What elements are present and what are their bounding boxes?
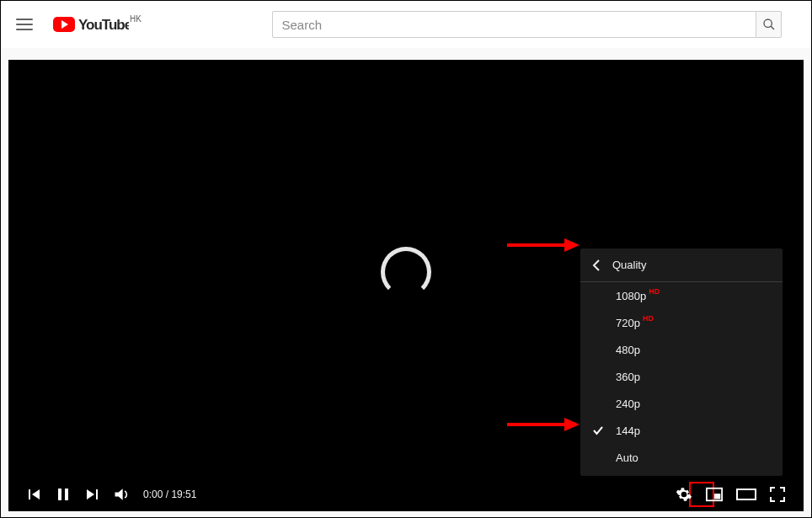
content-area: Quality 1080pHD720pHD480p360p240p144pAut… bbox=[1, 48, 811, 517]
quality-option[interactable]: 1080pHD bbox=[580, 282, 783, 309]
quality-option[interactable]: Auto bbox=[580, 444, 783, 471]
quality-option[interactable]: 480p bbox=[580, 336, 783, 363]
header: YouTube HK bbox=[1, 1, 811, 48]
svg-rect-9 bbox=[96, 489, 98, 499]
svg-rect-11 bbox=[714, 494, 720, 499]
youtube-logo[interactable]: YouTube HK bbox=[53, 16, 141, 33]
quality-label: 1080p bbox=[616, 290, 646, 302]
time-display: 0:00 / 19:51 bbox=[136, 489, 196, 500]
search-button[interactable] bbox=[756, 11, 782, 38]
chevron-left-icon bbox=[592, 259, 601, 271]
volume-button[interactable] bbox=[106, 478, 136, 511]
fullscreen-icon bbox=[770, 487, 785, 502]
loading-spinner-icon bbox=[381, 247, 431, 297]
quality-title: Quality bbox=[612, 259, 646, 271]
quality-menu: Quality 1080pHD720pHD480p360p240p144pAut… bbox=[580, 248, 783, 476]
skip-next-icon bbox=[84, 487, 99, 502]
skip-previous-icon bbox=[27, 487, 42, 502]
quality-option[interactable]: 720pHD bbox=[580, 309, 783, 336]
theater-icon bbox=[736, 487, 756, 502]
svg-text:YouTube: YouTube bbox=[78, 17, 129, 33]
theater-button[interactable] bbox=[729, 478, 763, 511]
quality-menu-header[interactable]: Quality bbox=[580, 248, 783, 282]
svg-point-2 bbox=[764, 19, 772, 27]
annotation-arrow-icon bbox=[505, 416, 581, 433]
svg-rect-8 bbox=[65, 489, 68, 500]
menu-icon[interactable] bbox=[14, 14, 35, 35]
player-controls: 0:00 / 19:51 bbox=[8, 478, 804, 511]
check-icon bbox=[592, 425, 604, 436]
previous-button[interactable] bbox=[20, 478, 49, 511]
quality-option[interactable]: 360p bbox=[580, 363, 783, 390]
next-button[interactable] bbox=[77, 478, 106, 511]
quality-label: Auto bbox=[616, 451, 638, 464]
quality-label: 360p bbox=[616, 371, 640, 383]
miniplayer-icon bbox=[706, 487, 723, 502]
quality-label: 720p bbox=[616, 317, 640, 329]
svg-rect-6 bbox=[29, 489, 30, 499]
region-label: HK bbox=[130, 14, 142, 24]
quality-option[interactable]: 240p bbox=[580, 390, 783, 417]
annotation-arrow-icon bbox=[505, 237, 581, 254]
search-input[interactable] bbox=[272, 11, 756, 38]
svg-line-3 bbox=[771, 26, 774, 29]
fullscreen-button[interactable] bbox=[763, 478, 792, 511]
pause-button[interactable] bbox=[49, 478, 77, 511]
gear-icon bbox=[676, 486, 692, 503]
hd-badge: HD bbox=[649, 287, 660, 296]
svg-rect-7 bbox=[58, 489, 61, 500]
quality-option[interactable]: 144p bbox=[580, 417, 783, 444]
volume-icon bbox=[113, 486, 130, 503]
quality-label: 240p bbox=[616, 398, 640, 410]
search-icon bbox=[762, 18, 776, 31]
quality-label: 480p bbox=[616, 344, 640, 356]
svg-rect-12 bbox=[737, 489, 756, 499]
hd-badge: HD bbox=[643, 314, 654, 323]
quality-label: 144p bbox=[616, 425, 640, 437]
miniplayer-button[interactable] bbox=[699, 478, 729, 511]
settings-button[interactable] bbox=[669, 478, 699, 511]
search-container bbox=[257, 11, 798, 38]
video-player[interactable]: Quality 1080pHD720pHD480p360p240p144pAut… bbox=[8, 60, 804, 511]
pause-icon bbox=[56, 487, 71, 502]
